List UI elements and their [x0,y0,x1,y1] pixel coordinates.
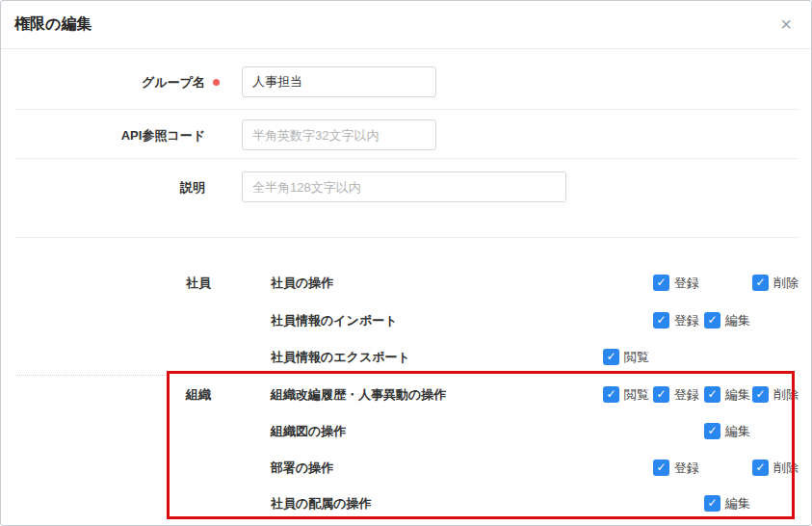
group-name-label: グループ名 [1,75,205,90]
dotted-divider [15,375,167,376]
permission-label: 組織改編履歴・人事異動の操作 [271,387,446,402]
permission-label: 組織図の操作 [271,424,346,438]
checkbox-checked-icon[interactable]: ✓ [653,460,669,476]
checkbox-label: 削除 [773,276,799,290]
checkbox-label: 削除 [773,461,799,475]
checkbox-checked-icon[interactable]: ✓ [752,275,769,291]
permission-label: 社員情報のインポート [271,313,398,328]
checkbox-checked-icon[interactable]: ✓ [752,386,769,403]
category-label: 社員 [186,276,211,290]
permission-row: 組織 組織改編履歴・人事異動の操作 ✓ 閲覧 ✓ 登録 ✓ 編集 ✓ 削除 [1,384,812,404]
api-code-input[interactable] [242,119,436,150]
checkbox-checked-icon[interactable]: ✓ [653,386,669,403]
header-divider [1,48,812,49]
permission-row: 部署の操作 ✓ 登録 ✓ 削除 [1,458,812,477]
checkbox-label: 編集 [725,425,750,438]
dialog-title: 権限の編集 [14,14,92,35]
permission-label: 部署の操作 [271,460,333,475]
section-divider [15,237,799,238]
edit-permissions-dialog: 権限の編集 × グループ名 API参照コード 説明 社員 社員の操作 ✓ 登録 … [0,0,812,526]
checkbox-label: 閲覧 [624,351,649,364]
checkbox-label: 編集 [725,314,750,328]
checkbox-label: 編集 [725,388,750,402]
checkbox-checked-icon[interactable]: ✓ [704,423,720,439]
description-input[interactable] [242,171,566,202]
checkbox-checked-icon[interactable]: ✓ [704,386,720,403]
checkbox-label: 登録 [674,314,699,328]
checkbox-checked-icon[interactable]: ✓ [603,386,619,403]
category-label: 組織 [186,387,211,402]
checkbox-label: 閲覧 [624,388,649,402]
checkbox-checked-icon[interactable]: ✓ [704,312,720,329]
permission-row: 組織図の操作 ✓ 編集 [1,421,812,440]
checkbox-checked-icon[interactable]: ✓ [704,495,720,512]
checkbox-checked-icon[interactable]: ✓ [603,349,619,365]
permission-row: 社員情報のインポート ✓ 登録 ✓ 編集 [1,310,812,329]
close-icon[interactable]: × [774,13,798,36]
required-dot-icon [213,79,220,86]
row-divider [15,109,799,110]
checkbox-checked-icon[interactable]: ✓ [653,275,669,291]
permission-row: 社員の配属の操作 ✓ 編集 [1,493,812,513]
checkbox-label: 削除 [773,388,799,402]
description-label: 説明 [1,180,205,195]
checkbox-label: 登録 [674,276,699,290]
api-code-label: API参照コード [1,128,205,143]
row-divider [15,158,799,159]
group-name-input[interactable] [242,66,436,97]
permission-label: 社員の操作 [271,276,333,290]
permission-label: 社員情報のエクスポート [271,350,410,364]
checkbox-label: 登録 [674,388,699,402]
permission-row: 社員情報のエクスポート ✓ 閲覧 [1,347,812,366]
checkbox-label: 編集 [725,497,750,511]
permission-label: 社員の配属の操作 [271,496,372,511]
checkbox-checked-icon[interactable]: ✓ [752,460,769,476]
checkbox-checked-icon[interactable]: ✓ [653,312,669,329]
checkbox-label: 登録 [674,461,699,475]
permission-row: 社員 社員の操作 ✓ 登録 ✓ 削除 [1,273,812,292]
